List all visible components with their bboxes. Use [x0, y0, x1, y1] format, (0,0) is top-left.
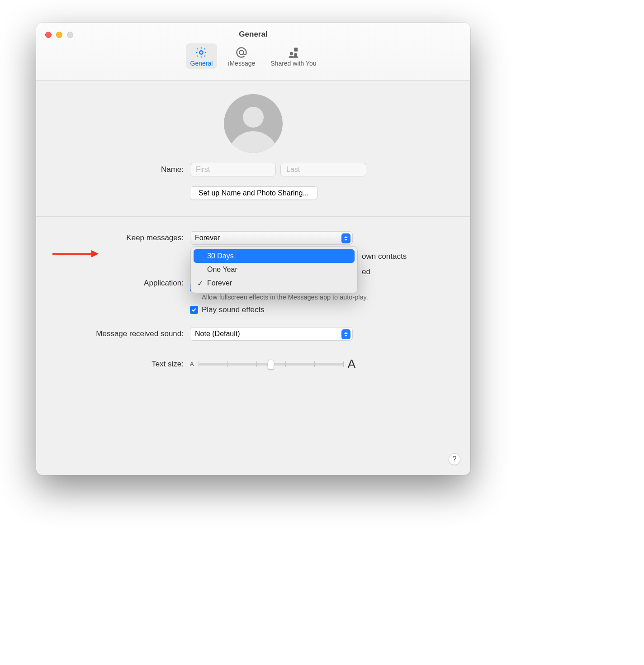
svg-point-3	[290, 52, 293, 55]
tab-imessage[interactable]: iMessage	[223, 43, 260, 69]
tab-general-label: General	[190, 60, 213, 67]
first-name-input[interactable]	[190, 163, 276, 176]
svg-rect-2	[294, 48, 298, 52]
name-label: Name:	[54, 165, 190, 174]
received-sound-popup[interactable]: Note (Default)	[190, 327, 353, 341]
received-sound-label: Message received sound:	[54, 329, 190, 338]
received-sound-value: Note (Default)	[195, 330, 240, 338]
text-size-label: Text size:	[54, 360, 190, 369]
svg-point-4	[294, 53, 297, 56]
sound-effects-label: Play sound effects	[202, 305, 265, 314]
at-icon	[235, 46, 248, 59]
toolbar-tabs: General iMessage Shared with You	[36, 43, 470, 69]
keep-messages-value: Forever	[195, 234, 220, 242]
text-size-small-marker: A	[190, 361, 194, 367]
help-button[interactable]: ?	[449, 453, 460, 465]
stepper-icon	[341, 329, 350, 339]
text-size-slider[interactable]	[199, 363, 343, 366]
section-divider	[36, 216, 470, 217]
menu-item-forever[interactable]: ✓ Forever	[194, 276, 355, 290]
menu-item-30-days[interactable]: 30 Days	[194, 249, 355, 263]
window-title: General	[36, 23, 470, 39]
keep-messages-popup[interactable]: Forever 30 Days One Year ✓ Forever	[190, 231, 353, 245]
maximize-button[interactable]	[67, 32, 73, 38]
sound-effects-checkbox[interactable]	[190, 306, 198, 314]
people-icon	[287, 46, 300, 59]
read-receipts-trailing: ed	[362, 267, 370, 276]
window-body: Name: Set up Name and Photo Sharing... K…	[36, 81, 470, 389]
avatar[interactable]	[224, 94, 283, 153]
autoplay-sub: Allow fullscreen effects in the Messages…	[202, 294, 368, 301]
stepper-icon	[341, 233, 350, 243]
tab-shared-with-you[interactable]: Shared with You	[266, 43, 321, 69]
minimize-button[interactable]	[56, 32, 62, 38]
close-button[interactable]	[45, 32, 52, 38]
annotation-arrow	[52, 250, 99, 257]
preferences-window: General General iMessage Shared with You	[36, 23, 470, 475]
menu-item-one-year[interactable]: One Year	[194, 263, 355, 276]
traffic-lights	[45, 32, 73, 38]
text-size-big-marker: A	[348, 357, 355, 371]
gear-icon	[195, 46, 208, 59]
svg-point-1	[240, 50, 244, 54]
check-icon: ✓	[197, 279, 203, 288]
application-label: Application:	[54, 279, 190, 288]
titlebar: General General iMessage Shared with You	[36, 23, 470, 81]
keep-messages-menu: 30 Days One Year ✓ Forever	[190, 246, 358, 293]
slider-thumb[interactable]	[268, 360, 274, 370]
tab-general[interactable]: General	[186, 43, 218, 69]
notify-unknown-trailing: own contacts	[362, 252, 407, 261]
arrow-head-icon	[91, 250, 99, 257]
tab-shared-label: Shared with You	[270, 60, 316, 67]
tab-imessage-label: iMessage	[228, 60, 255, 67]
keep-messages-label: Keep messages:	[54, 233, 190, 242]
last-name-input[interactable]	[280, 163, 366, 176]
setup-name-photo-button[interactable]: Set up Name and Photo Sharing...	[190, 186, 317, 200]
svg-point-0	[200, 51, 203, 54]
